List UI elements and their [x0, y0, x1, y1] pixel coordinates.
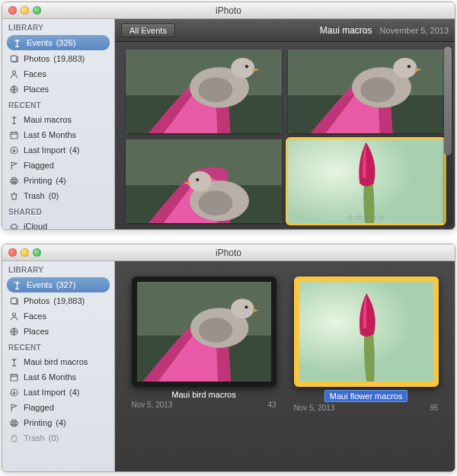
sidebar-item-count: (19,883) — [53, 54, 85, 63]
sidebar-item-label: Photos — [24, 54, 50, 63]
event-thumbnail[interactable] — [132, 276, 276, 387]
event-photo-count: 95 — [430, 404, 438, 412]
sidebar-item-events[interactable]: Events (327) — [7, 277, 110, 292]
sidebar: LIBRARYEvents (327)Photos (19,883)FacesP… — [2, 261, 115, 471]
photo-thumbnail[interactable] — [126, 139, 282, 223]
scrollbar-thumb[interactable] — [444, 46, 452, 155]
sidebar-item-flagged[interactable]: Flagged — [2, 400, 114, 415]
scrollbar[interactable] — [443, 45, 453, 226]
sidebar-item-label: Photos — [24, 296, 50, 305]
sidebar-section-header: RECENT — [2, 97, 114, 112]
sidebar-item-label: Flagged — [24, 161, 54, 170]
event-date: Nov 5, 2013 — [132, 401, 173, 409]
title-bar[interactable]: iPhoto — [2, 244, 455, 261]
trash-icon — [8, 433, 20, 443]
globe-icon — [8, 84, 20, 94]
sidebar-item-label: Last Import — [24, 388, 66, 397]
palm-icon — [11, 37, 23, 48]
event-photo-count: 43 — [267, 401, 276, 409]
svg-point-41 — [198, 318, 232, 342]
sidebar-item-last-import[interactable]: Last Import (4) — [2, 142, 114, 158]
event-thumbnail[interactable] — [294, 276, 439, 387]
svg-point-14 — [198, 78, 232, 103]
content-area: All Events Maui macros November 5, 2013 — [115, 19, 455, 229]
sidebar-section-header: LIBRARY — [2, 261, 114, 276]
sidebar-item-count: (327) — [56, 280, 76, 289]
down-arrow-icon — [8, 387, 20, 398]
photo-thumbnail[interactable] — [288, 50, 444, 133]
sidebar-item-last-6-months[interactable]: Last 6 Months — [2, 369, 114, 385]
stack-icon — [8, 53, 20, 64]
sidebar-item-label: Trash — [24, 433, 45, 442]
sidebar-item-printing[interactable]: Printing (4) — [2, 173, 114, 188]
trash-icon — [8, 190, 20, 201]
photo-thumbnail[interactable]: ☆☆☆☆☆ — [288, 139, 444, 223]
content-area: Maui bird macrosNov 5, 201343 Maui flowe… — [115, 261, 455, 471]
sidebar-section-header: LIBRARY — [2, 19, 114, 34]
sidebar-item-maui-macros[interactable]: Maui macros — [2, 112, 114, 127]
sidebar-item-label: Flagged — [24, 403, 54, 412]
svg-rect-6 — [12, 177, 16, 179]
down-arrow-icon — [8, 145, 20, 155]
sidebar-item-label: Printing — [24, 418, 52, 427]
photo-thumbnail[interactable] — [126, 50, 282, 133]
sidebar-item-icloud[interactable]: iCloud — [2, 219, 114, 229]
sidebar-item-flagged[interactable]: Flagged — [2, 158, 114, 173]
svg-point-39 — [231, 299, 254, 318]
sidebar-item-label: Maui bird macros — [24, 357, 88, 366]
svg-point-18 — [393, 58, 417, 78]
sidebar-item-label: Maui macros — [24, 115, 72, 124]
svg-point-12 — [231, 58, 254, 78]
palm-icon — [8, 114, 20, 125]
event-name-input[interactable]: Maui flower macros — [324, 390, 407, 402]
sidebar-item-count: (4) — [69, 145, 79, 155]
sidebar-item-places[interactable]: Places — [2, 324, 114, 339]
sidebar-item-maui-bird-macros[interactable]: Maui bird macros — [2, 354, 114, 369]
sidebar-item-last-6-months[interactable]: Last 6 Months — [2, 127, 114, 142]
calendar-icon — [8, 372, 20, 382]
sidebar-item-last-import[interactable]: Last Import (4) — [2, 385, 114, 400]
sidebar-item-label: Last 6 Months — [24, 130, 76, 139]
all-events-button[interactable]: All Events — [121, 24, 175, 37]
sidebar-item-photos[interactable]: Photos (19,883) — [2, 51, 114, 66]
sidebar-item-printing[interactable]: Printing (4) — [2, 415, 114, 430]
title-bar[interactable]: iPhoto — [2, 2, 455, 19]
event-name-label[interactable]: Maui bird macros — [132, 390, 276, 399]
sidebar-section-header: SHARED — [2, 203, 114, 219]
rating-stars[interactable]: ☆☆☆☆☆ — [347, 213, 385, 222]
palm-icon — [11, 280, 23, 290]
svg-rect-28 — [11, 298, 16, 303]
sidebar-item-places[interactable]: Places — [2, 81, 114, 97]
sidebar-item-label: Printing — [24, 176, 52, 185]
sidebar-item-trash[interactable]: Trash (0) — [2, 188, 114, 203]
sidebar-item-count: (19,883) — [53, 296, 85, 305]
svg-point-26 — [198, 190, 232, 216]
event-card[interactable]: Maui bird macrosNov 5, 201343 — [129, 276, 279, 409]
globe-icon — [8, 326, 20, 337]
event-date: November 5, 2013 — [380, 26, 449, 35]
sidebar-item-faces[interactable]: Faces — [2, 66, 114, 81]
sidebar-item-faces[interactable]: Faces — [2, 308, 114, 324]
palm-icon — [8, 356, 20, 367]
sidebar-item-photos[interactable]: Photos (19,883) — [2, 293, 114, 308]
svg-point-19 — [407, 65, 411, 68]
sidebar-item-label: Last Import — [24, 145, 66, 155]
sidebar-item-label: iCloud — [24, 222, 47, 229]
sidebar-item-label: Last 6 Months — [24, 372, 76, 382]
sidebar-item-label: Trash — [24, 191, 45, 200]
sidebar-item-trash[interactable]: Trash (0) — [2, 430, 114, 446]
sidebar-item-events[interactable]: Events (326) — [7, 35, 110, 50]
event-card[interactable]: Maui flower macrosNov 5, 201395 — [291, 276, 441, 412]
sidebar-item-label: Places — [24, 327, 49, 336]
svg-point-20 — [360, 78, 395, 103]
event-title[interactable]: Maui macros — [320, 25, 372, 36]
cloud-icon — [8, 221, 20, 229]
sidebar-item-count: (4) — [56, 418, 66, 427]
sidebar-item-count: (4) — [56, 176, 66, 185]
iphoto-window-2: iPhoto LIBRARYEvents (327)Photos (19,883… — [2, 244, 455, 472]
sidebar-item-label: Events — [27, 280, 53, 289]
sidebar-item-count: (0) — [49, 433, 59, 442]
printer-icon — [8, 417, 20, 428]
window-title: iPhoto — [2, 5, 455, 16]
svg-point-13 — [245, 65, 248, 68]
